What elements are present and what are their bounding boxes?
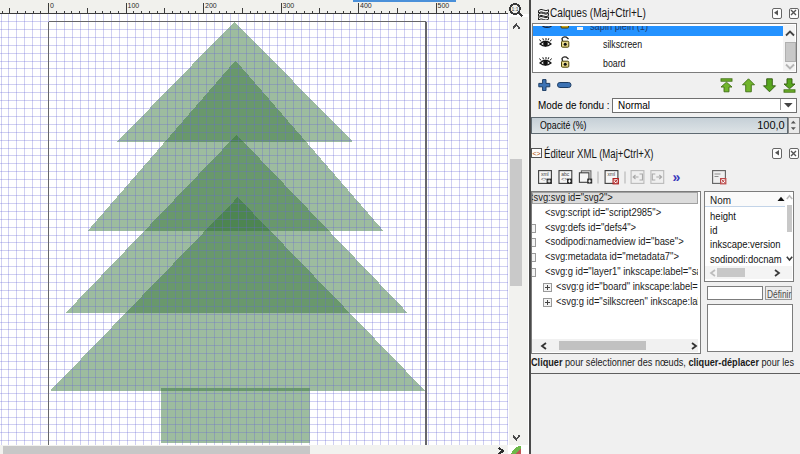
- svg-text:400: 400: [360, 2, 372, 9]
- svg-text:1:1: 1:1: [512, 6, 519, 12]
- svg-text:500: 500: [438, 2, 450, 9]
- svg-text:xml: xml: [607, 171, 615, 177]
- svg-text:<>: <>: [561, 176, 567, 182]
- svg-text:200: 200: [205, 2, 217, 9]
- svg-text:0: 0: [50, 2, 54, 9]
- svg-text:<>: <>: [533, 150, 541, 157]
- svg-text:100: 100: [128, 2, 140, 9]
- svg-text:<>: <>: [541, 176, 547, 182]
- svg-text:300: 300: [283, 2, 295, 9]
